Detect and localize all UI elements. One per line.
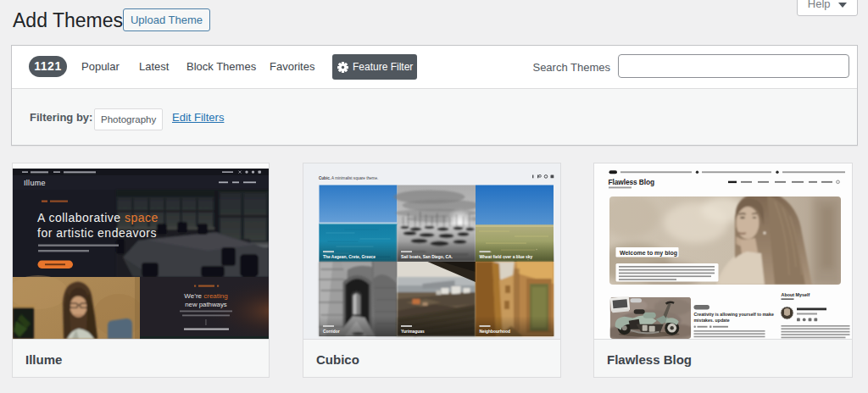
svg-text:Yurimaguas: Yurimaguas: [401, 329, 425, 334]
svg-text:The Aegean, Crete, Greece: The Aegean, Crete, Greece: [323, 255, 376, 259]
svg-text:Welcome to my blog: Welcome to my blog: [620, 250, 677, 257]
svg-text:Flawless Blog: Flawless Blog: [609, 178, 655, 186]
svg-text:We’re creating: We’re creating: [184, 292, 227, 300]
svg-text:Creativity is allowing yoursel: Creativity is allowing yourself to make: [694, 312, 774, 317]
svg-text:new pathways: new pathways: [185, 301, 227, 308]
svg-text:Illume: Illume: [24, 179, 46, 187]
svg-text:About Myself: About Myself: [782, 292, 810, 297]
svg-text:Neighbourhood: Neighbourhood: [480, 329, 510, 334]
svg-text:Wheat field over a blue sky: Wheat field over a blue sky: [480, 255, 533, 259]
svg-text:for artistic endeavors: for artistic endeavors: [37, 226, 157, 240]
svg-text:Sail boats, San Diego, CA.: Sail boats, San Diego, CA.: [401, 255, 453, 259]
svg-text:Cubic. A minimalist square the: Cubic. A minimalist square theme.: [319, 176, 378, 180]
svg-text:mistakes. update: mistakes. update: [694, 318, 730, 323]
svg-text:A collaborative space: A collaborative space: [37, 211, 159, 224]
svg-text:Corridor: Corridor: [323, 329, 340, 334]
